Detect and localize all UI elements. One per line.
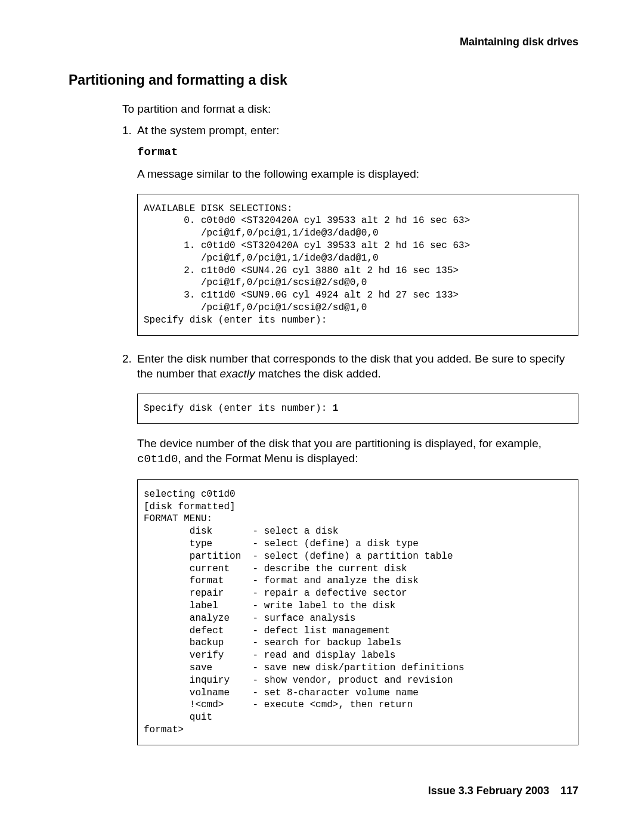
step-body: At the system prompt, enter: format A me… — [137, 123, 578, 348]
specify-prefix: Specify disk (enter its number): — [144, 403, 333, 414]
step-1: 1. At the system prompt, enter: format A… — [122, 123, 578, 348]
specify-input: 1 — [333, 403, 339, 414]
step-list: 1. At the system prompt, enter: format A… — [122, 123, 578, 757]
issue-label: Issue 3.3 February 2003 — [428, 785, 549, 797]
device-code: c0t1d0 — [137, 453, 178, 466]
intro-text: To partition and format a disk: — [122, 101, 578, 117]
step-2-em: exactly — [219, 367, 255, 380]
page-number: 117 — [561, 785, 578, 797]
page: Maintaining disk drives Partitioning and… — [0, 0, 644, 833]
after-b: , and the Format Menu is displayed: — [178, 452, 358, 465]
running-header: Maintaining disk drives — [69, 36, 578, 48]
step-body: Enter the disk number that corresponds t… — [137, 351, 578, 757]
step-2: 2. Enter the disk number that correspond… — [122, 351, 578, 757]
step-2-after: The device number of the disk that you a… — [137, 436, 578, 467]
page-footer: Issue 3.3 February 2003 117 — [428, 785, 578, 797]
format-command: format — [137, 145, 178, 159]
after-a: The device number of the disk that you a… — [137, 437, 541, 450]
step-number: 1. — [122, 123, 137, 348]
code-block-available-disks: AVAILABLE DISK SELECTIONS: 0. c0t0d0 <ST… — [137, 194, 578, 336]
step-2-text-b: matches the disk added. — [255, 367, 381, 380]
step-2-line-1: Enter the disk number that corresponds t… — [137, 351, 578, 382]
step-1-line-1: At the system prompt, enter: — [137, 123, 578, 138]
step-number: 2. — [122, 351, 137, 757]
section-heading: Partitioning and formatting a disk — [69, 72, 578, 88]
step-1-line-2: A message similar to the following examp… — [137, 166, 578, 182]
code-block-specify-disk: Specify disk (enter its number): 1 — [137, 394, 578, 424]
code-block-format-menu: selecting c0t1d0 [disk formatted] FORMAT… — [137, 479, 578, 745]
